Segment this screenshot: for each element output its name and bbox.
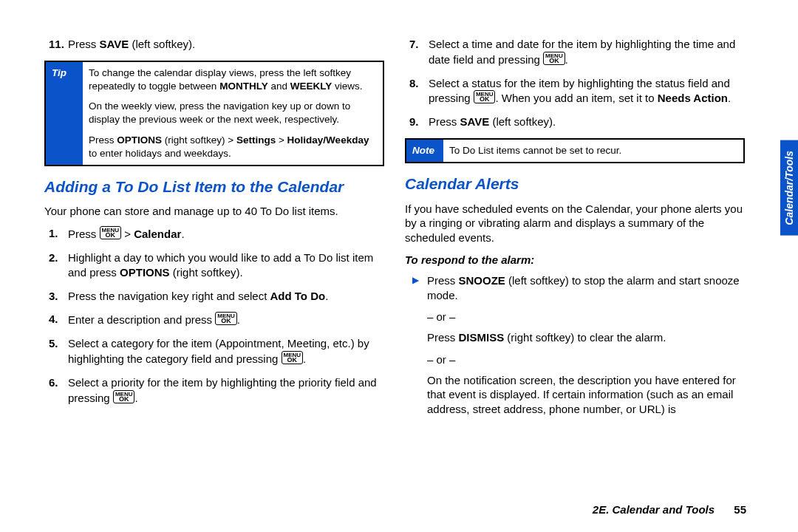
- bold-text: Holiday/Weekday: [287, 134, 369, 146]
- or-separator: – or –: [427, 310, 745, 324]
- bold-text: DISMISS: [459, 331, 505, 344]
- bold-text: Add To Do: [270, 290, 326, 302]
- bullet-para: Press DISMISS (right softkey) to clear t…: [427, 330, 745, 345]
- left-column: 11. Press SAVE (left softkey). Tip To ch…: [44, 37, 384, 432]
- text: (right softkey).: [170, 266, 243, 279]
- text: Select a time and date for the item by h…: [429, 38, 735, 66]
- note-label: Note: [406, 140, 443, 162]
- text: Enter a description and press: [68, 313, 215, 326]
- section-heading-calendar-alerts: Calendar Alerts: [405, 174, 745, 194]
- page-body: 11. Press SAVE (left softkey). Tip To ch…: [0, 0, 798, 454]
- menu-ok-icon: MENUOK: [474, 90, 496, 103]
- text: >: [121, 228, 134, 240]
- text: .: [134, 392, 137, 404]
- text: to enter holidays and weekdays.: [89, 148, 231, 159]
- text: Press: [89, 134, 117, 146]
- tip-body: To change the calendar display views, pr…: [83, 62, 383, 165]
- step-text: Highlight a day to which you would like …: [68, 250, 384, 280]
- text: .: [325, 290, 328, 302]
- step-11: 11. Press SAVE (left softkey).: [49, 37, 384, 52]
- step-text: Press SAVE (left softkey).: [68, 37, 384, 52]
- icon-bot: OK: [287, 356, 298, 364]
- text: views.: [332, 81, 362, 92]
- step-number: 9.: [409, 115, 429, 129]
- text: Press: [429, 115, 460, 128]
- bullet-para: Press SNOOZE (left softkey) to stop the …: [427, 273, 745, 303]
- step-number: 8.: [409, 76, 429, 106]
- text: .: [181, 228, 184, 240]
- step-9: 9. Press SAVE (left softkey).: [409, 115, 745, 129]
- sub-heading-respond: To respond to the alarm:: [405, 253, 745, 267]
- menu-ok-icon: MENUOK: [113, 390, 135, 403]
- text: Press the navigation key right and selec…: [68, 290, 270, 302]
- step-list-continued: 11. Press SAVE (left softkey).: [44, 37, 384, 52]
- section-intro: If you have scheduled events on the Cale…: [405, 202, 745, 245]
- step-text: Select a priority for the item by highli…: [68, 375, 384, 406]
- icon-bot: OK: [480, 95, 490, 103]
- step-7: 7. Select a time and date for the item b…: [409, 37, 745, 67]
- step-number: 4.: [49, 312, 68, 327]
- bold-text: Calendar: [134, 228, 181, 240]
- step-text: Press MENUOK > Calendar.: [68, 226, 384, 242]
- step-text: Enter a description and press MENUOK.: [68, 312, 384, 327]
- step-number: 6.: [49, 375, 68, 406]
- icon-bot: OK: [119, 395, 129, 403]
- bold-text: WEEKLY: [290, 81, 332, 92]
- step-3: 3. Press the navigation key right and se…: [49, 289, 384, 304]
- menu-ok-icon: MENUOK: [215, 312, 237, 325]
- tip-box: Tip To change the calendar display views…: [44, 61, 384, 166]
- bullet-text: Press SNOOZE (left softkey) to stop the …: [427, 273, 745, 424]
- step-list: 1. Press MENUOK > Calendar. 2. Highlight…: [44, 226, 384, 405]
- bullet-list: ▶ Press SNOOZE (left softkey) to stop th…: [405, 273, 745, 424]
- section-heading-adding-todo: Adding a To Do List Item to the Calendar: [44, 177, 384, 197]
- page-footer: 2E. Calendar and Tools 55: [593, 503, 746, 516]
- step-text: Press SAVE (left softkey).: [429, 115, 745, 129]
- note-body: To Do List items cannot be set to recur.: [443, 140, 743, 162]
- text: .: [303, 352, 306, 365]
- side-tab-calendar-tools: Calendar/Tools: [780, 140, 798, 236]
- text: Select a category for the item (Appointm…: [68, 337, 369, 365]
- step-2: 2. Highlight a day to which you would li…: [49, 250, 384, 280]
- text: Press: [427, 331, 459, 344]
- step-8: 8. Select a status for the item by highl…: [409, 76, 745, 106]
- footer-section-title: 2E. Calendar and Tools: [593, 503, 715, 516]
- right-column: 7. Select a time and date for the item b…: [405, 37, 745, 432]
- step-text: Select a status for the item by highligh…: [429, 76, 745, 106]
- step-number: 3.: [49, 289, 68, 304]
- step-number: 11.: [49, 37, 68, 52]
- menu-ok-icon: MENUOK: [100, 226, 122, 239]
- text: and: [268, 81, 290, 92]
- note-box: Note To Do List items cannot be set to r…: [405, 138, 745, 163]
- text: (right softkey) >: [162, 134, 236, 146]
- bold-text: Needs Action: [658, 92, 728, 104]
- bold-text: SAVE: [100, 38, 129, 50]
- step-list-right: 7. Select a time and date for the item b…: [405, 37, 745, 129]
- icon-bot: OK: [106, 231, 116, 239]
- text: Press: [68, 228, 100, 240]
- step-number: 2.: [49, 250, 68, 280]
- step-4: 4. Enter a description and press MENUOK.: [49, 312, 384, 327]
- or-separator: – or –: [427, 352, 745, 367]
- text: .: [728, 92, 731, 104]
- bold-text: SNOOZE: [459, 274, 505, 287]
- bold-text: Settings: [236, 134, 276, 146]
- tip-paragraph: On the weekly view, press the navigation…: [89, 100, 377, 126]
- bullet-icon: ▶: [412, 273, 427, 424]
- bullet-para: On the notification screen, the descript…: [427, 373, 745, 417]
- text: Press: [427, 274, 459, 287]
- text: >: [276, 134, 287, 146]
- text: .: [565, 53, 568, 66]
- text: . When you add an item, set it to: [495, 92, 657, 104]
- step-6: 6. Select a priority for the item by hig…: [49, 375, 384, 406]
- text: (right softkey) to clear the alarm.: [504, 331, 666, 344]
- step-number: 7.: [409, 37, 429, 67]
- tip-paragraph: Press OPTIONS (right softkey) > Settings…: [89, 134, 377, 160]
- text: (left softkey).: [129, 38, 195, 50]
- text: .: [237, 313, 240, 326]
- menu-ok-icon: MENUOK: [282, 351, 304, 364]
- menu-ok-icon: MENUOK: [543, 52, 565, 65]
- text: (left softkey).: [489, 115, 556, 128]
- step-5: 5. Select a category for the item (Appoi…: [49, 336, 384, 366]
- step-number: 1.: [49, 226, 68, 242]
- bold-text: OPTIONS: [120, 266, 170, 279]
